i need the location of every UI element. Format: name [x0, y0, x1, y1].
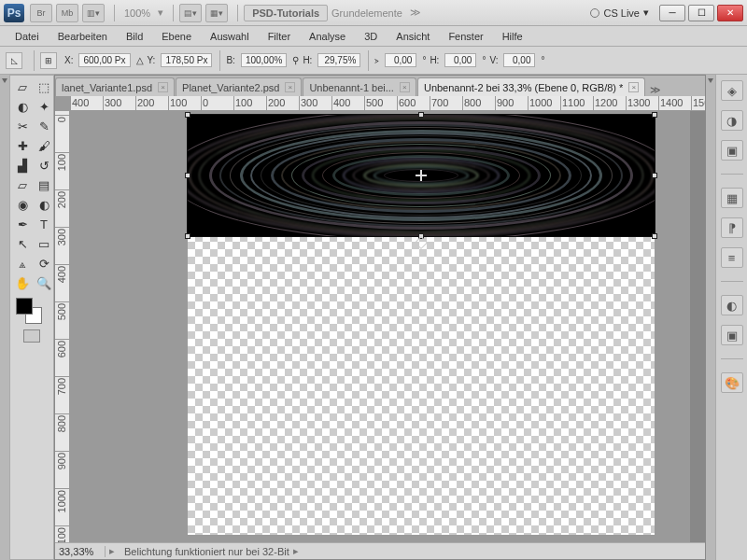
- tool-heal[interactable]: ✚: [12, 136, 33, 155]
- tool-type[interactable]: T: [34, 215, 54, 233]
- close-icon[interactable]: ×: [400, 82, 410, 92]
- panel-para-icon[interactable]: ≡: [721, 247, 743, 268]
- w-label: B:: [226, 55, 234, 65]
- bridge-button[interactable]: Br: [30, 4, 52, 22]
- quickmask-button[interactable]: [23, 329, 40, 343]
- tool-history[interactable]: ↺: [34, 156, 54, 175]
- vskew-field[interactable]: 0,00: [503, 53, 535, 67]
- menu-3d[interactable]: 3D: [355, 29, 387, 44]
- right-gutter[interactable]: [706, 75, 715, 560]
- link-icon[interactable]: ⚲: [292, 55, 299, 65]
- hskew-label: H:: [430, 55, 439, 65]
- foreground-swatch[interactable]: [16, 298, 33, 315]
- reference-point-icon[interactable]: ⊞: [40, 52, 57, 69]
- workspace-psd-tutorials[interactable]: PSD-Tutorials: [244, 5, 328, 21]
- tool-3d[interactable]: ⟁: [12, 254, 33, 273]
- options-bar: ◺ ⊞ X: 600,00 Px △ Y: 178,50 Px B: 100,0…: [0, 47, 747, 75]
- menu-datei[interactable]: Datei: [6, 29, 49, 44]
- tool-path[interactable]: ↖: [12, 234, 33, 253]
- x-label: X:: [64, 55, 73, 65]
- close-icon[interactable]: ×: [285, 82, 295, 92]
- panel-char-icon[interactable]: ⁋: [721, 217, 743, 238]
- tool-brush[interactable]: 🖌: [34, 136, 54, 155]
- toolbox: ▱⬚◐✦✂✎✚🖌▟↺▱▤◉◐✒T↖▭⟁⟳✋🔍: [9, 75, 54, 560]
- zoom-label: 100%: [124, 7, 150, 19]
- tab-1[interactable]: Planet_Variante2.psd×: [176, 77, 302, 96]
- angle-field[interactable]: 0,00: [385, 53, 416, 67]
- cs-live-button[interactable]: CS Live▾: [590, 7, 649, 19]
- tool-eraser[interactable]: ▱: [12, 175, 33, 194]
- panel-swatch-icon[interactable]: ▦: [721, 188, 743, 208]
- ruler-vertical[interactable]: 010020030040050060070080090010001100: [55, 111, 70, 542]
- panel-bw-icon[interactable]: ◐: [721, 295, 743, 315]
- transform-icon[interactable]: ◺: [6, 52, 22, 69]
- color-swatches[interactable]: [12, 298, 51, 326]
- menu-hilfe[interactable]: Hilfe: [493, 29, 532, 44]
- close-icon[interactable]: ×: [158, 82, 168, 92]
- screen-mode-button[interactable]: ▤▾: [179, 4, 202, 22]
- close-icon[interactable]: ×: [628, 82, 639, 92]
- tool-hand[interactable]: ✋: [12, 273, 33, 292]
- tab-0[interactable]: lanet_Variante1.psd×: [55, 77, 175, 96]
- document-area: lanet_Variante1.psd× Planet_Variante2.ps…: [54, 75, 706, 560]
- tool-eyedrop[interactable]: ✎: [34, 117, 54, 135]
- extras-button[interactable]: ▦▾: [205, 4, 228, 22]
- panel-adjust-icon[interactable]: ◑: [721, 110, 743, 131]
- arrange-button[interactable]: ▥▾: [82, 4, 105, 22]
- left-gutter[interactable]: [0, 75, 9, 560]
- tool-zoom[interactable]: 🔍: [34, 273, 54, 292]
- x-field[interactable]: 600,00 Px: [78, 53, 130, 67]
- tool-crop[interactable]: ✂: [12, 117, 33, 135]
- y-field[interactable]: 178,50 Px: [161, 53, 212, 67]
- panel-mask-icon[interactable]: ▣: [721, 140, 743, 161]
- menu-ansicht[interactable]: Ansicht: [387, 29, 439, 44]
- tool-blur[interactable]: ◉: [12, 195, 33, 214]
- tool-move[interactable]: ▱: [12, 77, 33, 96]
- h-field[interactable]: 29,75%: [317, 53, 360, 67]
- tabs-more[interactable]: ≫: [646, 84, 665, 96]
- menu-filter[interactable]: Filter: [259, 29, 300, 44]
- tool-shape[interactable]: ▭: [34, 234, 54, 253]
- angle-icon: ⦠: [374, 55, 379, 66]
- menu-ebene[interactable]: Ebene: [152, 29, 201, 44]
- tool-marquee[interactable]: ⬚: [34, 77, 54, 96]
- menu-fenster[interactable]: Fenster: [439, 29, 492, 44]
- tool-stamp[interactable]: ▟: [12, 156, 33, 175]
- layer-content: [188, 115, 655, 236]
- workspace-more[interactable]: ≫: [410, 7, 421, 19]
- vskew-label: V:: [489, 55, 498, 65]
- panel-color-icon[interactable]: 🎨: [721, 372, 743, 393]
- tool-lasso[interactable]: ◐: [12, 97, 33, 116]
- w-field[interactable]: 100,00%: [241, 53, 287, 67]
- panel-cam-icon[interactable]: ▣: [721, 325, 743, 345]
- tool-gradient[interactable]: ▤: [34, 175, 54, 194]
- status-zoom[interactable]: 33,33%: [59, 546, 106, 557]
- menu-bearbeiten[interactable]: Bearbeiten: [49, 29, 117, 44]
- hskew-field[interactable]: 0,00: [444, 53, 476, 67]
- menu-auswahl[interactable]: Auswahl: [201, 29, 259, 44]
- workspace-grundelemente[interactable]: Grundelemente: [331, 7, 402, 19]
- scrollbar-v[interactable]: [690, 111, 705, 542]
- status-bar: 33,33% ▸ Belichtung funktioniert nur bei…: [55, 542, 705, 559]
- canvas-viewport[interactable]: [70, 111, 690, 542]
- tool-wand[interactable]: ✦: [34, 97, 54, 116]
- tool-rotate[interactable]: ⟳: [34, 254, 54, 273]
- h-label: H:: [303, 55, 312, 65]
- minibridge-button[interactable]: Mb: [56, 4, 78, 22]
- tool-pen[interactable]: ✒: [12, 215, 33, 233]
- panel-layers-icon[interactable]: ◈: [721, 80, 743, 101]
- app-logo: Ps: [4, 4, 24, 22]
- maximize-button[interactable]: ☐: [688, 5, 714, 21]
- minimize-button[interactable]: ─: [659, 5, 685, 21]
- tab-3[interactable]: Unbenannt-2 bei 33,3% (Ebene 0, RGB/8) *…: [417, 77, 645, 96]
- close-button[interactable]: ✕: [717, 5, 743, 21]
- tab-2[interactable]: Unbenannt-1 bei...×: [303, 77, 416, 96]
- menu-bild[interactable]: Bild: [117, 29, 152, 44]
- menu-analyse[interactable]: Analyse: [300, 29, 355, 44]
- cslive-icon: [590, 8, 599, 18]
- canvas[interactable]: [188, 115, 655, 535]
- title-bar: Ps Br Mb ▥▾ 100%▾ ▤▾ ▦▾ PSD-Tutorials Gr…: [0, 0, 747, 26]
- status-menu-icon[interactable]: ▸: [109, 545, 115, 557]
- ruler-horizontal[interactable]: 4003002001000100200300400500600700800900…: [70, 96, 705, 111]
- tool-dodge[interactable]: ◐: [34, 195, 54, 214]
